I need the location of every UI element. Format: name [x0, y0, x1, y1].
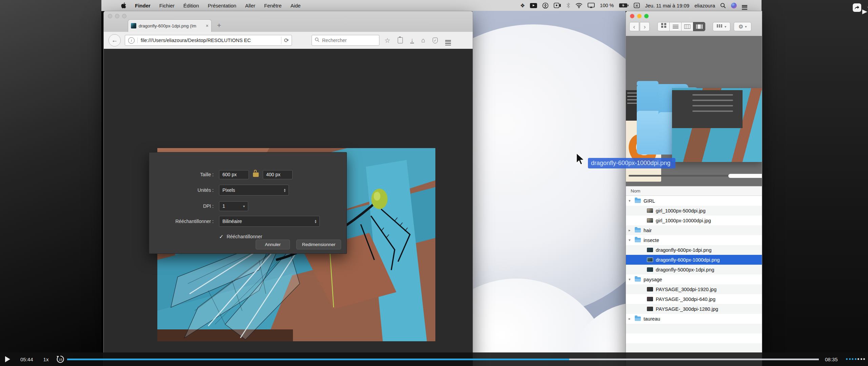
screen-recording-icon[interactable]: [554, 3, 561, 8]
page-info-icon[interactable]: i: [128, 37, 135, 44]
svg-text:⌘: ⌘: [635, 4, 638, 7]
disclosure-open-icon[interactable]: ▾: [629, 199, 633, 203]
browser-tab[interactable]: dragonfly-600px-1dpi.png (Im ×: [128, 19, 212, 32]
collapse-overlay-icon[interactable]: [862, 3, 868, 18]
close-window-button[interactable]: [108, 14, 112, 18]
finder-row-file[interactable]: girl_1000px-500dpi.jpg: [626, 206, 762, 216]
minimize-window-button[interactable]: [115, 14, 119, 18]
coverflow-scrollbar-thumb[interactable]: [728, 174, 762, 178]
security-shield-icon[interactable]: ✓: [433, 38, 438, 43]
selected-file-preview[interactable]: [672, 88, 762, 162]
height-input[interactable]: 400 px: [263, 170, 293, 179]
disclosure-open-icon[interactable]: ▾: [629, 277, 633, 282]
reading-list-icon[interactable]: [398, 37, 403, 43]
input-menu-icon[interactable]: ⌘: [634, 3, 640, 8]
search-input[interactable]: [321, 37, 370, 43]
minimize-window-button[interactable]: [637, 14, 642, 18]
volume-dot[interactable]: [861, 358, 862, 360]
wifi-icon[interactable]: [575, 3, 583, 8]
menu-presentation[interactable]: Présentation: [208, 3, 236, 8]
play-button[interactable]: [5, 356, 10, 362]
disclosure-open-icon[interactable]: ▾: [629, 238, 633, 242]
menu-aide[interactable]: Aide: [291, 3, 301, 8]
window-controls[interactable]: [108, 14, 126, 18]
reload-icon[interactable]: ⟳: [281, 37, 292, 44]
finder-row-folder[interactable]: ▾paysage: [626, 274, 762, 284]
close-window-button[interactable]: [630, 14, 634, 18]
progress-bar[interactable]: [67, 359, 819, 360]
menu-fenetre[interactable]: Fenêtre: [264, 3, 282, 8]
resize-button[interactable]: Redimensionner: [296, 240, 341, 249]
finder-row-file[interactable]: girl_1000px-10000dpi.jpg: [626, 216, 762, 225]
finder-row-file[interactable]: dragonfly-600px-1000dpi.png: [626, 255, 762, 265]
dropbox-icon[interactable]: ❖: [520, 2, 525, 9]
volume-dot[interactable]: [849, 358, 851, 360]
search-bar[interactable]: [312, 35, 379, 46]
new-tab-button[interactable]: +: [217, 21, 221, 29]
finder-back-button[interactable]: ‹: [629, 22, 639, 31]
dpi-select[interactable]: 1 ▾: [219, 201, 248, 211]
view-icons-button[interactable]: [657, 22, 670, 31]
window-controls[interactable]: [630, 14, 649, 18]
menubar-clock[interactable]: Jeu. 11 mai à 19:09: [645, 3, 689, 8]
column-header-name[interactable]: Nom: [626, 186, 762, 196]
menu-finder[interactable]: Finder: [135, 3, 151, 8]
resample-select[interactable]: Bilinéaire ▴▾: [219, 216, 320, 227]
action-gear-button[interactable]: ⚙▾: [734, 22, 751, 31]
menu-fichier[interactable]: Fichier: [159, 3, 175, 8]
home-icon[interactable]: ⌂: [421, 37, 425, 44]
siri-icon[interactable]: [731, 3, 737, 8]
aspect-lock-icon[interactable]: [253, 172, 259, 177]
bluetooth-icon[interactable]: [566, 2, 570, 8]
finder-row-folder[interactable]: ▸hair: [626, 225, 762, 235]
disclosure-closed-icon[interactable]: ▸: [629, 228, 633, 232]
zoom-window-button[interactable]: [122, 14, 126, 18]
apple-menu-icon[interactable]: [121, 2, 126, 8]
finder-forward-button[interactable]: ›: [640, 22, 650, 31]
downloads-icon[interactable]: ↓: [410, 38, 414, 43]
arrange-button[interactable]: ▾: [713, 22, 730, 31]
back-button[interactable]: ←: [108, 34, 121, 46]
volume-dot[interactable]: [855, 358, 856, 360]
accessibility-icon[interactable]: [542, 2, 549, 9]
menubar-username[interactable]: eliazoura: [694, 3, 715, 8]
finder-row-folder[interactable]: ▾insecte: [626, 235, 762, 245]
bookmark-star-icon[interactable]: ☆: [384, 37, 390, 44]
view-columns-button[interactable]: [681, 22, 693, 31]
volume-dot[interactable]: [857, 358, 859, 360]
zoom-window-button[interactable]: [644, 14, 649, 18]
resample-checkbox[interactable]: ✓: [219, 233, 223, 240]
tab-close-icon[interactable]: ×: [206, 23, 209, 28]
finder-row-file[interactable]: PAYSAGE-_300dpi-1280.jpg: [626, 304, 762, 314]
cancel-button[interactable]: Annuler: [256, 240, 290, 249]
finder-row-folder[interactable]: ▾GIRL: [626, 196, 762, 206]
share-overlay-button[interactable]: [853, 3, 861, 12]
menu-hamburger-icon[interactable]: [445, 39, 451, 42]
menu-aller[interactable]: Aller: [245, 3, 255, 8]
playback-speed-button[interactable]: 1x: [43, 357, 49, 362]
finder-row-folder[interactable]: ▸taureau: [626, 314, 762, 324]
url-text[interactable]: file:///Users/eliazoura/Desktop/RESOLUTI…: [137, 38, 281, 43]
volume-dot[interactable]: [852, 358, 853, 360]
youtube-menubar-icon[interactable]: [530, 3, 537, 8]
menu-edition[interactable]: Édition: [183, 3, 199, 8]
volume-dot[interactable]: [846, 358, 848, 360]
url-bar[interactable]: i file:///Users/eliazoura/Desktop/RESOLU…: [125, 35, 292, 46]
finder-row-file[interactable]: PAYSAGE-_300dpi-640.jpg: [626, 294, 762, 304]
spotlight-search-icon[interactable]: [720, 3, 726, 8]
volume-dots[interactable]: [846, 358, 865, 360]
replay-15-button[interactable]: 15: [56, 355, 65, 364]
notification-center-icon[interactable]: [742, 4, 747, 7]
airplay-display-icon[interactable]: [588, 3, 595, 8]
finder-row-file[interactable]: PAYSAGE_300dpi-1920.jpg: [626, 284, 762, 294]
finder-row-file[interactable]: dragonfly-5000px-1dpi.png: [626, 265, 762, 274]
finder-row-file[interactable]: dragonfly-600px-1dpi.png: [626, 245, 762, 255]
battery-charging-icon[interactable]: [619, 3, 629, 8]
view-coverflow-button[interactable]: [693, 22, 705, 31]
view-list-button[interactable]: [669, 22, 682, 31]
units-select[interactable]: Pixels ▴▾: [219, 185, 289, 196]
volume-dot[interactable]: [863, 358, 865, 360]
image-file-icon: [647, 258, 653, 262]
width-input[interactable]: 600 px: [219, 170, 249, 179]
disclosure-closed-icon[interactable]: ▸: [629, 317, 633, 321]
